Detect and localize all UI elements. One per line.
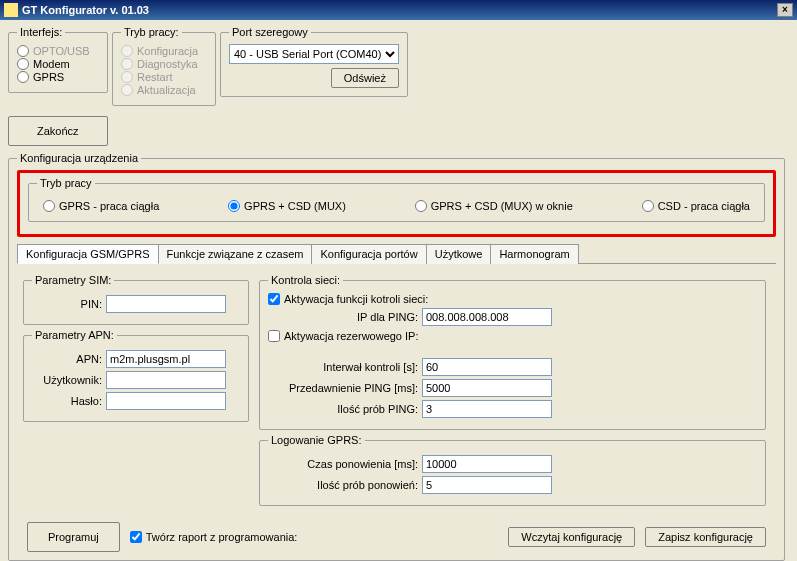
config-device-group: Konfiguracja urządzenia Tryb pracy GPRS … — [8, 152, 785, 561]
restart-radio — [121, 71, 133, 83]
port-group: Port szeregowy 40 - USB Serial Port (COM… — [220, 26, 408, 97]
mode-csd-ciagla-label: CSD - praca ciągła — [658, 200, 750, 212]
mode-gprs-csd-mux-radio[interactable] — [228, 200, 240, 212]
apn-input[interactable] — [106, 350, 226, 368]
kontrola-legend: Kontrola sieci: — [268, 274, 343, 286]
ilosc-prob-input[interactable] — [422, 400, 552, 418]
mode-csd-ciagla-radio[interactable] — [642, 200, 654, 212]
tryb-pracy-highlight: Tryb pracy GPRS - praca ciągła GPRS + CS… — [17, 170, 776, 237]
raport-label: Twórz raport z programowania: — [146, 531, 298, 543]
apn-legend: Parametry APN: — [32, 329, 117, 341]
restart-label: Restart — [137, 71, 172, 83]
raport-check[interactable] — [130, 531, 142, 543]
mode-gprs-csd-okno-label: GPRS + CSD (MUX) w oknie — [431, 200, 573, 212]
tabs: Konfiguracja GSM/GPRS Funkcje związane z… — [17, 243, 776, 264]
user-label: Użytkownik: — [32, 374, 102, 386]
konfiguracja-label: Konfiguracja — [137, 45, 198, 57]
opto-usb-radio[interactable] — [17, 45, 29, 57]
programuj-button[interactable]: Programuj — [27, 522, 120, 552]
tryb-pracy-work-legend: Tryb pracy — [37, 177, 95, 189]
user-input[interactable] — [106, 371, 226, 389]
modem-radio[interactable] — [17, 58, 29, 70]
tab-harmonogram[interactable]: Harmonogram — [490, 244, 578, 264]
pass-label: Hasło: — [32, 395, 102, 407]
aktywacja-label: Aktywacja funkcji kotroli sieci: — [284, 293, 428, 305]
konfiguracja-radio — [121, 45, 133, 57]
aktywacja-check[interactable] — [268, 293, 280, 305]
rezerwowy-label: Aktywacja rezerwowego IP: — [284, 330, 419, 342]
pin-input[interactable] — [106, 295, 226, 313]
rezerwowy-check[interactable] — [268, 330, 280, 342]
diagnostyka-label: Diagnostyka — [137, 58, 198, 70]
port-select[interactable]: 40 - USB Serial Port (COM40) — [229, 44, 399, 64]
aktualizacja-label: Aktualizacja — [137, 84, 196, 96]
pass-input[interactable] — [106, 392, 226, 410]
tryb-pracy-top-legend: Tryb pracy: — [121, 26, 182, 38]
apn-label: APN: — [32, 353, 102, 365]
kontrola-group: Kontrola sieci: Aktywacja funkcji kotrol… — [259, 274, 766, 430]
refresh-button[interactable]: Odśwież — [331, 68, 399, 88]
logowanie-group: Logowanie GPRS: Czas ponowienia [ms]: Il… — [259, 434, 766, 506]
czas-input[interactable] — [422, 455, 552, 473]
gprs-label: GPRS — [33, 71, 64, 83]
apn-group: Parametry APN: APN: Użytkownik: Hasło: — [23, 329, 249, 422]
diagnostyka-radio — [121, 58, 133, 70]
ip-ping-label: IP dla PING: — [268, 311, 418, 323]
czas-label: Czas ponowienia [ms]: — [268, 458, 418, 470]
titlebar: GT Konfigurator v. 01.03 × — [0, 0, 797, 20]
ilosc-input[interactable] — [422, 476, 552, 494]
zapisz-button[interactable]: Zapisz konfigurację — [645, 527, 766, 547]
config-device-legend: Konfiguracja urządzenia — [17, 152, 141, 164]
sim-group: Parametry SIM: PIN: — [23, 274, 249, 325]
zakoncz-button[interactable]: Zakończ — [8, 116, 108, 146]
interwal-input[interactable] — [422, 358, 552, 376]
tab-porty[interactable]: Konfiguracja portów — [311, 244, 426, 264]
tryb-pracy-work-group: Tryb pracy GPRS - praca ciągła GPRS + CS… — [28, 177, 765, 222]
interfejs-group: Interfejs: OPTO/USB Modem GPRS — [8, 26, 108, 93]
gprs-radio[interactable] — [17, 71, 29, 83]
mode-gprs-csd-mux-label: GPRS + CSD (MUX) — [244, 200, 346, 212]
window-title: GT Konfigurator v. 01.03 — [22, 4, 149, 16]
tab-uzytkowe[interactable]: Użytkowe — [426, 244, 492, 264]
tryb-pracy-top-group: Tryb pracy: Konfiguracja Diagnostyka Res… — [112, 26, 216, 106]
modem-label: Modem — [33, 58, 70, 70]
ilosc-label: Ilość prób ponowień: — [268, 479, 418, 491]
mode-gprs-csd-okno-radio[interactable] — [415, 200, 427, 212]
pin-label: PIN: — [32, 298, 102, 310]
close-button[interactable]: × — [777, 3, 793, 17]
mode-gprs-ciagla-radio[interactable] — [43, 200, 55, 212]
interfejs-legend: Interfejs: — [17, 26, 65, 38]
opto-usb-label: OPTO/USB — [33, 45, 90, 57]
ilosc-prob-label: Ilość prób PING: — [268, 403, 418, 415]
app-icon — [4, 3, 18, 17]
tab-czas[interactable]: Funkcje związane z czasem — [158, 244, 313, 264]
ip-ping-input[interactable] — [422, 308, 552, 326]
aktualizacja-radio — [121, 84, 133, 96]
wczytaj-button[interactable]: Wczytaj konfigurację — [508, 527, 635, 547]
interwal-label: Interwał kontroli [s]: — [268, 361, 418, 373]
port-legend: Port szeregowy — [229, 26, 311, 38]
przedawnienie-input[interactable] — [422, 379, 552, 397]
logowanie-legend: Logowanie GPRS: — [268, 434, 365, 446]
sim-legend: Parametry SIM: — [32, 274, 114, 286]
przedawnienie-label: Przedawnienie PING [ms]: — [268, 382, 418, 394]
mode-gprs-ciagla-label: GPRS - praca ciągła — [59, 200, 159, 212]
tab-gsm[interactable]: Konfiguracja GSM/GPRS — [17, 244, 159, 264]
